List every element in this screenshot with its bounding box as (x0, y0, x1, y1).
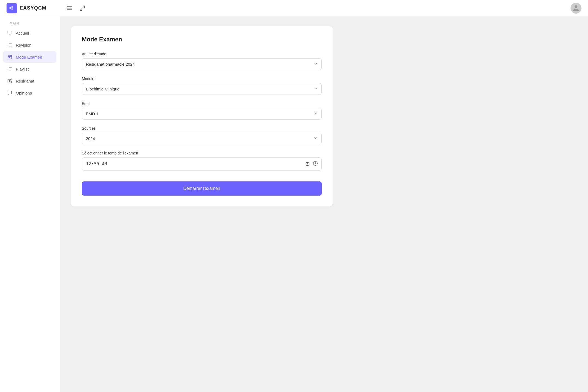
temps-field: Sélectionner le temp de l'examen (82, 151, 322, 171)
svg-rect-21 (9, 57, 10, 58)
sidebar-item-residanat-label: Résidanat (16, 79, 34, 83)
annee-select-wrapper: Résidanat pharmacie 2024 Résidanat médec… (82, 58, 322, 70)
sidebar-item-opinions[interactable]: Opinions (3, 87, 56, 99)
module-field: Module Biochimie Clinique Anatomie Physi… (82, 77, 322, 95)
logo-icon (7, 3, 17, 13)
topbar: EASYQCM (0, 0, 588, 16)
sources-label: Sources (82, 126, 322, 130)
topbar-logo-area: EASYQCM (7, 3, 60, 13)
playlist-icon (7, 66, 13, 72)
module-label: Module (82, 77, 322, 81)
emd-field: Emd EMD 1 EMD 2 EMD 3 (82, 101, 322, 120)
sidebar-nav: MAIN Accueil (0, 16, 60, 99)
app-name: EASYQCM (20, 5, 46, 11)
monitor-icon (7, 30, 13, 36)
sidebar-item-opinions-label: Opinions (16, 91, 32, 95)
topbar-icons (65, 4, 87, 13)
mode-examen-card: Mode Examen Année d'étude Résidanat phar… (71, 26, 333, 206)
layout: MAIN Accueil (0, 0, 588, 392)
sidebar-item-mode-examen[interactable]: Mode Examen (3, 51, 56, 63)
annee-label: Année d'étude (82, 52, 322, 56)
sidebar: MAIN Accueil (0, 16, 60, 392)
svg-rect-17 (8, 55, 12, 59)
sidebar-section-label: MAIN (3, 16, 56, 27)
topbar-right (571, 3, 581, 14)
sources-field: Sources 2024 2023 2022 (82, 126, 322, 144)
emd-select[interactable]: EMD 1 EMD 2 EMD 3 (82, 108, 322, 120)
menu-icon (66, 5, 72, 11)
sidebar-item-revision[interactable]: Révision (3, 39, 56, 51)
sidebar-item-playlist[interactable]: Playlist (3, 63, 56, 75)
topbar-left: EASYQCM (7, 3, 87, 13)
module-select-wrapper: Biochimie Clinique Anatomie Physiologie (82, 83, 322, 95)
annee-field: Année d'étude Résidanat pharmacie 2024 R… (82, 52, 322, 70)
module-select[interactable]: Biochimie Clinique Anatomie Physiologie (82, 83, 322, 95)
temps-input-wrapper (82, 157, 322, 171)
start-exam-button[interactable]: Démarrer l'examen (82, 181, 322, 196)
calendar-icon (7, 54, 13, 60)
temps-label: Sélectionner le temp de l'examen (82, 151, 322, 155)
svg-line-6 (83, 6, 85, 7)
annee-select[interactable]: Résidanat pharmacie 2024 Résidanat médec… (82, 58, 322, 70)
sidebar-item-accueil-label: Accueil (16, 31, 29, 35)
menu-button[interactable] (65, 4, 74, 13)
svg-rect-0 (10, 7, 11, 8)
expand-icon (79, 5, 85, 11)
emd-label: Emd (82, 101, 322, 106)
svg-rect-8 (8, 31, 12, 34)
sidebar-item-residanat[interactable]: Résidanat (3, 75, 56, 87)
sources-select[interactable]: 2024 2023 2022 (82, 133, 322, 144)
logo-svg (9, 5, 15, 11)
list-icon (7, 42, 13, 48)
user-avatar[interactable] (571, 3, 581, 14)
svg-rect-1 (11, 6, 13, 8)
main-content: Mode Examen Année d'étude Résidanat phar… (60, 16, 588, 392)
emd-select-wrapper: EMD 1 EMD 2 EMD 3 (82, 108, 322, 120)
sidebar-item-accueil[interactable]: Accueil (3, 27, 56, 39)
temps-input[interactable] (82, 157, 322, 171)
sidebar-item-mode-examen-label: Mode Examen (16, 55, 42, 59)
svg-rect-2 (11, 8, 13, 10)
edit-icon (7, 78, 13, 84)
svg-line-7 (80, 8, 82, 10)
chat-icon (7, 90, 13, 96)
user-avatar-icon (572, 5, 580, 12)
sidebar-item-playlist-label: Playlist (16, 67, 29, 71)
sources-select-wrapper: 2024 2023 2022 (82, 133, 322, 144)
expand-button[interactable] (78, 4, 87, 13)
sidebar-item-revision-label: Révision (16, 43, 32, 47)
card-title: Mode Examen (82, 36, 322, 43)
